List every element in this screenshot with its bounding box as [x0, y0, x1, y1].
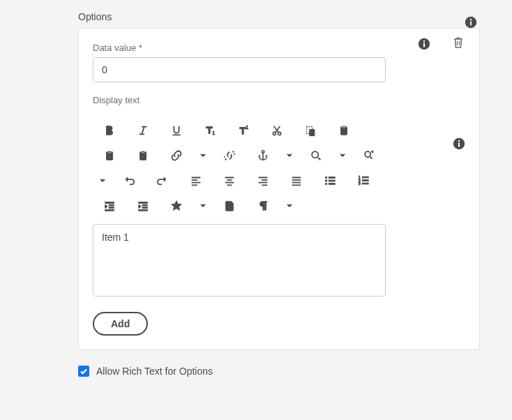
svg-text:3: 3 — [359, 181, 361, 186]
svg-rect-14 — [309, 129, 315, 136]
link-icon[interactable] — [160, 143, 193, 168]
replace-dropdown-icon[interactable] — [93, 168, 112, 193]
svg-point-25 — [365, 151, 370, 157]
paste-icon[interactable] — [327, 118, 361, 143]
italic-icon[interactable] — [126, 118, 160, 143]
svg-point-5 — [423, 40, 425, 41]
anchor-icon[interactable] — [246, 143, 280, 168]
svg-rect-44 — [142, 207, 147, 209]
superscript-icon[interactable]: 1 — [227, 118, 260, 143]
undo-icon[interactable] — [112, 168, 146, 193]
redo-icon[interactable] — [146, 168, 179, 193]
svg-point-24 — [312, 151, 318, 158]
paragraph-format-icon[interactable] — [246, 193, 280, 218]
svg-rect-41 — [105, 209, 114, 211]
numbered-list-icon[interactable]: 123 — [347, 168, 380, 193]
svg-rect-31 — [329, 183, 335, 185]
svg-point-23 — [262, 151, 264, 153]
svg-point-12 — [278, 132, 281, 135]
svg-rect-35 — [362, 177, 368, 178]
svg-point-2 — [470, 19, 472, 20]
paste-html-icon[interactable]: </> — [126, 143, 160, 168]
info-icon[interactable] — [465, 16, 477, 29]
find-icon[interactable] — [299, 143, 333, 168]
svg-rect-4 — [423, 43, 425, 47]
svg-rect-7 — [458, 143, 460, 147]
paragraph-dropdown-icon[interactable] — [280, 193, 299, 218]
svg-point-28 — [325, 183, 327, 185]
svg-text:1: 1 — [246, 125, 249, 130]
subscript-icon[interactable]: 1 — [193, 118, 227, 143]
bold-icon[interactable] — [93, 118, 126, 143]
paste-text-icon[interactable]: T — [93, 143, 126, 168]
svg-rect-37 — [362, 183, 368, 184]
svg-text:</>: </> — [140, 155, 146, 159]
align-right-icon[interactable] — [246, 168, 280, 193]
options-panel: Data value * Display text 1 1 — [78, 28, 480, 350]
info-icon[interactable] — [453, 137, 465, 150]
rich-text-label: Allow Rich Text for Options — [96, 366, 213, 377]
anchor-dropdown-icon[interactable] — [280, 143, 299, 168]
svg-rect-21 — [142, 151, 145, 153]
find-dropdown-icon[interactable] — [333, 143, 352, 168]
indent-icon[interactable] — [126, 193, 160, 218]
bullet-list-icon[interactable] — [313, 168, 347, 193]
underline-icon[interactable] — [160, 118, 193, 143]
svg-rect-18 — [108, 151, 112, 153]
special-char-dropdown-icon[interactable] — [193, 193, 213, 218]
align-justify-icon[interactable] — [280, 168, 313, 193]
cut-icon[interactable] — [260, 118, 294, 143]
svg-point-8 — [458, 140, 460, 142]
align-center-icon[interactable] — [213, 168, 246, 193]
delete-icon[interactable] — [451, 36, 465, 52]
link-dropdown-icon[interactable] — [193, 143, 213, 168]
svg-rect-30 — [329, 180, 335, 181]
svg-rect-29 — [329, 177, 335, 179]
display-text-label: Display text — [93, 95, 465, 105]
align-left-icon[interactable] — [179, 168, 213, 193]
unlink-icon[interactable] — [213, 143, 246, 168]
info-icon[interactable] — [418, 38, 430, 50]
svg-rect-36 — [362, 180, 368, 181]
copy-icon[interactable] — [294, 118, 327, 143]
options-title: Options — [78, 11, 512, 22]
svg-rect-42 — [139, 202, 148, 204]
source-edit-icon[interactable]: </> — [213, 193, 246, 218]
rich-text-toolbar: 1 1 T </> 123 — [93, 118, 386, 218]
svg-rect-39 — [109, 204, 114, 206]
svg-text:T: T — [108, 153, 112, 160]
special-char-icon[interactable] — [160, 193, 193, 218]
svg-point-26 — [325, 177, 327, 179]
data-value-label: Data value * — [93, 43, 142, 53]
svg-text:1: 1 — [213, 130, 216, 135]
svg-point-11 — [273, 132, 276, 135]
svg-rect-38 — [105, 202, 114, 204]
svg-rect-15 — [341, 127, 347, 135]
svg-point-27 — [325, 180, 327, 182]
svg-rect-40 — [109, 207, 114, 209]
svg-rect-1 — [470, 22, 472, 26]
svg-rect-43 — [142, 204, 147, 206]
display-text-editor[interactable]: Item 1 — [93, 224, 386, 297]
outdent-icon[interactable] — [93, 193, 126, 218]
svg-rect-45 — [139, 209, 148, 211]
rich-text-checkbox[interactable] — [78, 366, 89, 377]
add-button[interactable]: Add — [93, 312, 148, 336]
svg-text:</>: </> — [226, 204, 232, 209]
replace-icon[interactable] — [352, 143, 386, 168]
data-value-input[interactable] — [93, 57, 386, 82]
svg-rect-16 — [342, 126, 346, 128]
